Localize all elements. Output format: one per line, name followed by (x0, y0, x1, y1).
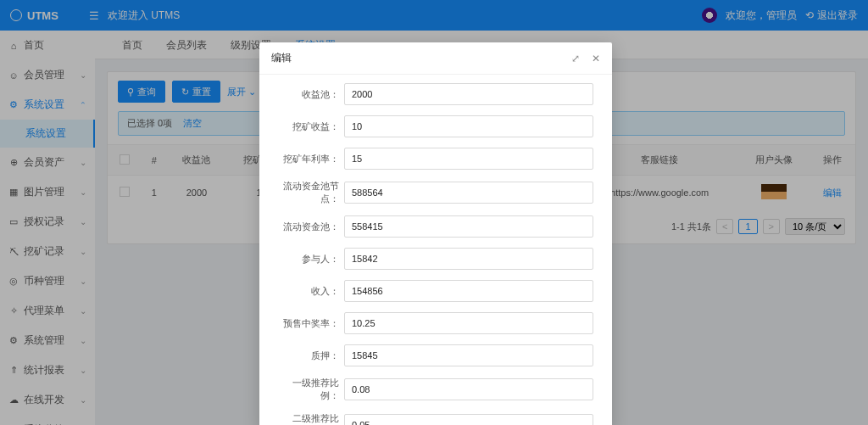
field-label: 收入： (278, 285, 344, 298)
close-icon[interactable]: ✕ (592, 53, 600, 64)
form-row-8: 质押： (278, 344, 593, 366)
field-label: 预售中奖率： (278, 317, 344, 330)
field-input-3[interactable] (344, 182, 593, 204)
modal-title: 编辑 (271, 51, 292, 65)
modal-header: 编辑 ⤢ ✕ (259, 42, 612, 75)
fullscreen-icon[interactable]: ⤢ (571, 53, 580, 64)
form-row-10: 二级推荐比例： (278, 412, 593, 425)
form-row-7: 预售中奖率： (278, 312, 593, 334)
field-input-10[interactable] (344, 414, 593, 425)
field-label: 收益池： (278, 88, 344, 101)
field-label: 参与人： (278, 253, 344, 266)
form-row-4: 流动资金池： (278, 215, 593, 238)
form-row-9: 一级推荐比例： (278, 377, 593, 402)
field-input-1[interactable] (344, 115, 593, 137)
field-label: 流动资金池： (278, 221, 344, 233)
field-input-6[interactable] (344, 280, 593, 302)
field-input-4[interactable] (344, 215, 593, 238)
edit-modal: 编辑 ⤢ ✕ 收益池：挖矿收益：挖矿年利率：流动资金池节点：流动资金池：参与人：… (259, 42, 612, 425)
field-input-9[interactable] (344, 378, 593, 400)
field-input-7[interactable] (344, 312, 593, 334)
form-row-1: 挖矿收益： (278, 115, 593, 137)
field-label: 二级推荐比例： (278, 412, 344, 425)
field-label: 挖矿收益： (278, 120, 344, 133)
field-input-5[interactable] (344, 248, 593, 270)
field-label: 一级推荐比例： (278, 377, 344, 402)
field-input-2[interactable] (344, 148, 593, 170)
modal-body: 收益池：挖矿收益：挖矿年利率：流动资金池节点：流动资金池：参与人：收入：预售中奖… (259, 75, 612, 425)
field-label: 挖矿年利率： (278, 153, 344, 165)
field-input-0[interactable] (344, 83, 593, 105)
field-label: 质押： (278, 350, 344, 362)
form-row-5: 参与人： (278, 248, 593, 270)
form-row-6: 收入： (278, 280, 593, 302)
form-row-0: 收益池： (278, 83, 593, 105)
form-row-2: 挖矿年利率： (278, 148, 593, 170)
field-label: 流动资金池节点： (278, 180, 344, 205)
field-input-8[interactable] (344, 344, 593, 366)
form-row-3: 流动资金池节点： (278, 180, 593, 205)
